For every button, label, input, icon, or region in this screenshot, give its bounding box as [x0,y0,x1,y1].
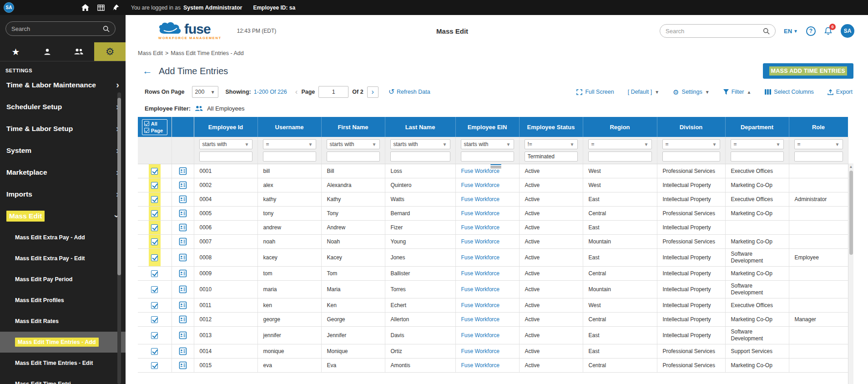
column-header[interactable]: Username [257,117,321,137]
table-row[interactable]: 0014 monique Monique Ortiz Fuse Workforc… [138,344,848,359]
filter-value-input[interactable] [263,152,316,162]
sidebar-subnav-item[interactable]: Mass Edit Time Entries - Edit [0,353,126,374]
column-header[interactable]: Last Name [385,117,455,137]
settings-menu[interactable]: ⚙ Settings ▼ [673,89,710,96]
filter-value-input[interactable] [199,152,252,162]
sidebar-nav-item[interactable]: Time & Labor Setup › [0,118,126,140]
filter-value-input[interactable] [588,152,652,162]
timesheet-icon[interactable] [179,331,187,339]
filter-operator-select[interactable]: = ▼ [731,139,784,149]
row-checkbox[interactable] [151,254,158,261]
filter-value-input[interactable] [662,152,720,162]
global-search-input[interactable] [666,28,763,35]
filter-operator-select[interactable]: = ▼ [263,139,316,149]
sidebar-scrollbar[interactable] [117,92,121,384]
language-selector[interactable]: EN▼ [784,28,798,35]
column-header[interactable]: Role [789,117,848,137]
column-header[interactable]: Department [725,117,789,137]
table-row[interactable]: 0007 noah Noah Young Fuse Workforce Acti… [138,235,848,249]
rows-per-page-select[interactable]: 200 ▼ [192,86,218,98]
timesheet-icon[interactable] [179,347,187,355]
filter-operator-select[interactable]: starts with ▼ [461,139,514,149]
notifications-button[interactable]: 0 [824,26,833,35]
row-checkbox[interactable] [151,302,158,309]
table-row[interactable]: 0008 kacey Kacey Jones Fuse Workforce Ac… [138,249,848,267]
tab-my-info[interactable] [31,42,63,61]
column-drag-indicator[interactable] [490,164,501,168]
timesheet-icon[interactable] [179,167,187,175]
timesheet-icon[interactable] [179,301,187,309]
profile-avatar[interactable]: SA [841,24,854,38]
user-avatar[interactable]: SA [4,2,14,13]
filter-toggle[interactable]: Filter ▲ [723,89,752,95]
export-button[interactable]: Export [828,89,853,95]
column-header[interactable]: Region [583,117,657,137]
filter-value-input[interactable] [461,152,514,162]
sidebar-nav-item[interactable]: System › [0,140,126,162]
row-checkbox[interactable] [151,238,158,245]
sidebar-nav-item[interactable]: Imports › [0,183,126,205]
filter-operator-select[interactable]: = ▼ [794,139,843,149]
table-row[interactable]: 0006 andrew Andrew Fizer Fuse Workforce … [138,221,848,235]
table-row[interactable]: 0015 eva Eva Amontis Fuse Workforce Acti… [138,359,848,373]
sidebar-nav-item[interactable]: Marketplace › [0,162,126,183]
tab-favorites[interactable]: ★ [0,42,31,61]
timesheet-icon[interactable] [179,181,187,189]
employee-ein-link[interactable]: Fuse Workforce [461,302,500,308]
table-row[interactable]: 0012 george George Allerton Fuse Workfor… [138,313,848,327]
row-checkbox[interactable] [151,348,158,355]
table-row[interactable]: 0002 alex Alexandra Quintero Fuse Workfo… [138,178,848,192]
sidebar-subnav-item[interactable]: Mass Edit Time Entries - Add [0,332,126,353]
timesheet-icon[interactable] [179,315,187,323]
tab-team[interactable] [63,42,94,61]
select-all-checkbox[interactable] [144,121,149,126]
row-checkbox[interactable] [151,196,158,203]
row-checkbox[interactable] [151,270,158,277]
table-row[interactable]: 0010 maria Maria Torres Fuse Workforce A… [138,281,848,298]
refresh-data-button[interactable]: ↺ Refresh Data [389,88,430,96]
table-row[interactable]: 0013 jennifer Jennifer Davis Fuse Workfo… [138,327,848,344]
filter-value-input[interactable] [390,152,450,162]
employee-ein-link[interactable]: Fuse Workforce [461,348,500,354]
sidebar-search-input[interactable] [11,25,103,32]
filter-operator-select[interactable]: = ▼ [588,139,652,149]
sidebar-subnav-item[interactable]: Mass Edit Extra Pay - Add [0,227,126,248]
sidebar-subnav-item[interactable]: Mass Edit Pay Period [0,269,126,290]
search-icon[interactable] [103,25,110,32]
view-selector[interactable]: [ Default ] ▼ [628,89,659,95]
column-header[interactable]: Employee Id [194,117,257,137]
employee-ein-link[interactable]: Fuse Workforce [461,182,500,188]
sidebar-subnav-item[interactable]: Mass Edit Time Entri [0,374,126,384]
table-row[interactable]: 0011 ken Ken Echert Fuse Workforce Activ… [138,298,848,313]
sidebar-nav-item[interactable]: Scheduler Setup › [0,96,126,118]
select-page-checkbox[interactable] [144,128,149,133]
column-header[interactable]: Employee Status [519,117,583,137]
filter-operator-select[interactable]: starts with ▼ [199,139,252,149]
filter-operator-select[interactable]: starts with ▼ [390,139,450,149]
filter-operator-select[interactable]: starts with ▼ [327,139,380,149]
grid-scrollbar-thumb[interactable] [849,171,853,255]
timesheet-icon[interactable] [179,223,187,232]
timesheet-icon[interactable] [179,361,187,369]
employee-ein-link[interactable]: Fuse Workforce [461,210,500,217]
row-checkbox[interactable] [151,210,158,217]
grid-icon[interactable] [97,5,105,11]
column-header[interactable]: Employee EIN [455,117,519,137]
filter-operator-select[interactable]: = ▼ [662,139,720,149]
full-screen-button[interactable]: Full Screen [576,89,614,95]
back-arrow-icon[interactable]: ← [142,66,152,76]
employee-ein-link[interactable]: Fuse Workforce [461,254,500,261]
row-checkbox[interactable] [151,286,158,293]
employee-ein-link[interactable]: Fuse Workforce [461,196,500,202]
employee-ein-link[interactable]: Fuse Workforce [461,270,500,277]
employee-ein-link[interactable]: Fuse Workforce [461,362,500,369]
timesheet-icon[interactable] [179,237,187,246]
row-checkbox[interactable] [151,332,158,339]
column-header[interactable]: First Name [321,117,385,137]
employee-ein-link[interactable]: Fuse Workforce [461,168,500,174]
table-row[interactable]: 0005 tony Tony Bernard Fuse Workforce Ac… [138,207,848,221]
next-page-button[interactable]: › [367,86,378,98]
sidebar-nav-item[interactable]: Mass Edit › [0,205,126,227]
employee-ein-link[interactable]: Fuse Workforce [461,332,500,339]
table-row[interactable]: 0004 kathy Kathy Watts Fuse Workforce Ac… [138,192,848,207]
